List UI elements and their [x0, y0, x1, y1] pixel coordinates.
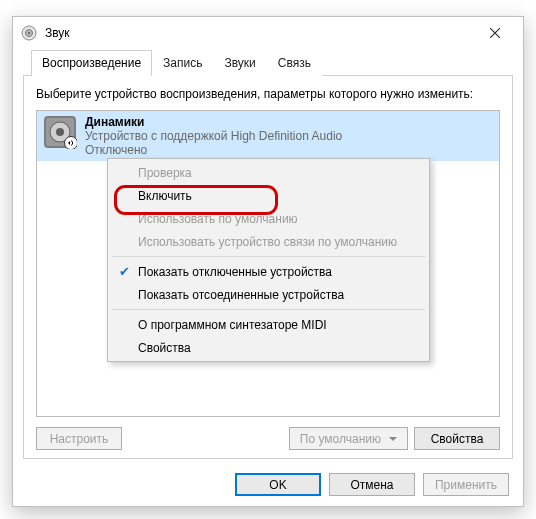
properties-button[interactable]: Свойства [414, 427, 500, 450]
tab-sounds[interactable]: Звуки [213, 50, 266, 76]
tab-communications[interactable]: Связь [267, 50, 322, 76]
cancel-button[interactable]: Отмена [329, 473, 415, 496]
tab-playback[interactable]: Воспроизведение [31, 50, 152, 76]
apply-button: Применить [423, 473, 509, 496]
menu-about-midi[interactable]: О программном синтезаторе MIDI [110, 313, 427, 336]
device-item-speakers[interactable]: Динамики Устройство с поддержкой High De… [37, 111, 499, 161]
device-name: Динамики [85, 115, 493, 129]
menu-test: Проверка [110, 161, 427, 184]
close-button[interactable] [475, 19, 515, 47]
tab-recording[interactable]: Запись [152, 50, 213, 76]
menu-show-disabled-label: Показать отключенные устройства [138, 265, 332, 279]
dialog-button-row: OK Отмена Применить [13, 467, 523, 506]
menu-separator [112, 256, 425, 257]
playback-panel: Выберите устройство воспроизведения, пар… [23, 76, 513, 459]
svg-point-8 [56, 128, 64, 136]
device-driver: Устройство с поддержкой High Definition … [85, 129, 493, 143]
menu-set-default: Использовать по умолчанию [110, 207, 427, 230]
menu-separator [112, 309, 425, 310]
context-menu: Проверка Включить Использовать по умолча… [107, 158, 430, 362]
window-title: Звук [45, 26, 475, 40]
menu-enable[interactable]: Включить [110, 184, 427, 207]
menu-show-disconnected[interactable]: Показать отсоединенные устройства [110, 283, 427, 306]
device-labels: Динамики Устройство с поддержкой High De… [85, 115, 493, 157]
ok-button[interactable]: OK [235, 473, 321, 496]
menu-show-disabled[interactable]: ✔ Показать отключенные устройства [110, 260, 427, 283]
sound-icon [21, 25, 37, 41]
menu-set-comm-default: Использовать устройство связи по умолчан… [110, 230, 427, 253]
close-icon [490, 28, 500, 38]
device-list[interactable]: Динамики Устройство с поддержкой High De… [36, 110, 500, 417]
set-default-button: По умолчанию [289, 427, 408, 450]
sound-dialog: Звук Воспроизведение Запись Звуки Связь … [12, 16, 524, 507]
instruction-text: Выберите устройство воспроизведения, пар… [36, 86, 500, 102]
check-icon: ✔ [116, 264, 132, 280]
configure-button: Настроить [36, 427, 122, 450]
device-status: Отключено [85, 143, 493, 157]
svg-point-9 [65, 137, 78, 150]
tabstrip: Воспроизведение Запись Звуки Связь [23, 49, 513, 76]
menu-properties[interactable]: Свойства [110, 336, 427, 359]
svg-point-2 [28, 32, 30, 34]
panel-button-row: Настроить По умолчанию Свойства [36, 427, 500, 450]
titlebar: Звук [13, 17, 523, 49]
speaker-icon [43, 115, 77, 149]
